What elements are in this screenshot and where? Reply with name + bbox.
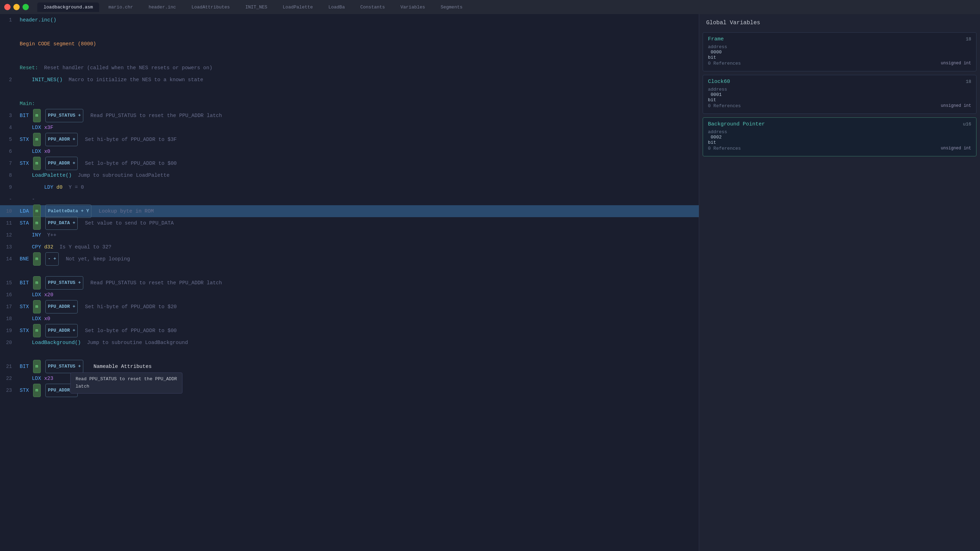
line-number: 6 [0,146,18,157]
code-line-7: 7 STX m PPU_ADDR + Set lo-byte of PPU_AD… [0,157,699,169]
var-size-frame: 18 [966,37,971,42]
line-number: 9 [0,181,18,193]
line-number: 8 [0,169,18,181]
var-address-clock60: address 0001 8 bit [708,87,971,103]
line-number: 22 [0,373,18,384]
traffic-lights [4,4,29,10]
tab-header[interactable]: header.inc [142,2,183,12]
tab-loadattributes[interactable]: LoadAttributes [185,2,236,12]
var-card-clock60[interactable]: Clock60 18 address 0001 8 bit 0 Referenc… [703,75,977,114]
code-editor[interactable]: 1 header.inc() Begin CODE segment (8000)… [0,14,699,551]
line-content: BIT m PPU_STATUS + Read PPU_STATUS to re… [18,109,699,122]
main-layout: 1 header.inc() Begin CODE segment (8000)… [0,14,980,551]
code-line-19: 19 STX m PPU_ADDR + Set lo-byte of PPU_A… [0,325,699,337]
code-line-8: 8 LoadPalette() Jump to subroutine LoadP… [0,169,699,181]
code-line-17: 17 STX m PPU_ADDR + Set hi-byte of PPU_A… [0,301,699,313]
code-line-2: 2 INIT_NES() Macro to initialize the NES… [0,74,699,86]
code-line-4: 4 LDX x3F [0,122,699,133]
tab-segments[interactable]: Segments [434,2,469,12]
line-content: LoadPalette() Jump to subroutine LoadPal… [18,169,699,181]
titlebar: loadbackground.asm mario.chr header.inc … [0,0,980,14]
line-content: STX m PPU_ADDR + Set lo-byte of PPU_ADDR… [18,324,699,337]
code-line-20: 20 LoadBackground() Jump to subroutine L… [0,337,699,349]
var-name-clock60: Clock60 [708,79,730,85]
var-refs-frame: 0 References [708,61,741,66]
var-header-clock60: Clock60 18 [708,79,971,85]
var-refs-bgp: 0 References [708,146,741,151]
code-line-blank3 [0,86,699,98]
line-number: 1 [0,14,18,26]
code-line-main: Main: [0,98,699,110]
line-content: BIT m PPU_STATUS + Nameable Attributes R… [18,360,699,373]
line-content: BIT m PPU_STATUS + Read PPU_STATUS to re… [18,276,699,289]
line-content: LDX x0 [18,146,699,157]
line-content: INY Y++ [18,229,699,241]
code-line-6: 6 LDX x0 [0,146,699,157]
line-content: STX m PPU_ADDR + Set hi-byte of PPU_ADDR… [18,300,699,313]
code-line-segment: Begin CODE segment (8000) [0,38,699,50]
tab-variables[interactable]: Variables [394,2,431,12]
code-line-blank5 [0,349,699,360]
line-number: - [0,193,18,205]
tab-loadbackground[interactable]: loadbackground.asm [37,2,99,12]
line-content: LDX x3F [18,122,699,133]
var-refs-clock60: 0 References [708,103,741,109]
code-line-12: 12 INY Y++ [0,229,699,241]
line-content: STA m PPU_DATA + Set value to send to PP… [18,216,699,230]
tab-loadpalette[interactable]: LoadPalette [276,2,319,12]
line-number: 18 [0,313,18,325]
tab-loadba[interactable]: LoadBa [322,2,351,12]
line-number: 17 [0,301,18,313]
var-name-bgp: Background Pointer [708,121,765,127]
var-type-bgp: unsigned int [941,146,971,152]
code-line-18: 18 LDX x0 [0,313,699,325]
var-name-frame: Frame [708,36,724,42]
line-number: 12 [0,229,18,241]
var-address-frame: address 0000 8 bit [708,44,971,60]
line-number: 5 [0,133,18,146]
line-number: 4 [0,122,18,133]
var-card-frame[interactable]: Frame 18 address 0000 8 bit 0 References… [703,32,977,71]
line-number: 10 [0,205,18,217]
sidebar-title: Global Variables [699,18,980,32]
tab-init-nes[interactable]: INIT_NES [239,2,274,12]
line-content: header.inc() [18,14,699,26]
code-line-5: 5 STX m PPU_ADDR + Set hi-byte of PPU_AD… [0,133,699,146]
var-card-background-pointer[interactable]: Background Pointer u16 address 0002 16 b… [703,118,977,156]
var-size-clock60: 18 [966,79,971,84]
code-line-16: 16 LDX x20 [0,289,699,301]
line-content: - [18,193,699,205]
code-line-9: 9 LDY d0 Y = 0 [0,181,699,193]
code-line-blank1 [0,26,699,38]
line-content: Begin CODE segment (8000) [18,38,699,50]
var-header-frame: Frame 18 [708,36,971,42]
code-line-13: 13 CPY d32 Is Y equal to 32? [0,241,699,253]
line-content: LoadBackground() Jump to subroutine Load… [18,337,699,349]
line-number: 14 [0,253,18,265]
code-line-blank2 [0,50,699,62]
code-line-10: 10 LDA m PaletteData + Y Lookup byte in … [0,205,699,217]
line-number: 20 [0,337,18,349]
line-number: 21 [0,360,18,373]
var-header-bgp: Background Pointer u16 [708,121,971,127]
code-line-dash: - - [0,193,699,205]
line-content: Main: [18,98,699,110]
tab-mario[interactable]: mario.chr [102,2,139,12]
maximize-button[interactable] [22,4,29,10]
line-number: 7 [0,157,18,169]
line-content: LDY d0 Y = 0 [18,181,699,193]
var-size-bgp: u16 [963,122,971,127]
line-number: 11 [0,217,18,229]
var-type-clock60: unsigned int [941,103,971,109]
line-content: LDA m PaletteData + Y Lookup byte in ROM [18,205,699,218]
line-content: CPY d32 Is Y equal to 32? [18,241,699,253]
close-button[interactable] [4,4,11,10]
minimize-button[interactable] [13,4,20,10]
line-content: LDX x0 [18,313,699,325]
var-address-bgp: address 0002 16 bit [708,129,971,145]
line-content: STX m PPU_ADDR + Set lo-byte of PPU_ADDR… [18,157,699,170]
tab-constants[interactable]: Constants [354,2,391,12]
line-content: INIT_NES() Macro to initialize the NES t… [18,74,699,86]
line-content: Reset: Reset handler (called when the NE… [18,62,699,74]
line-content: BNE m - + Not yet, keep looping [18,252,699,266]
